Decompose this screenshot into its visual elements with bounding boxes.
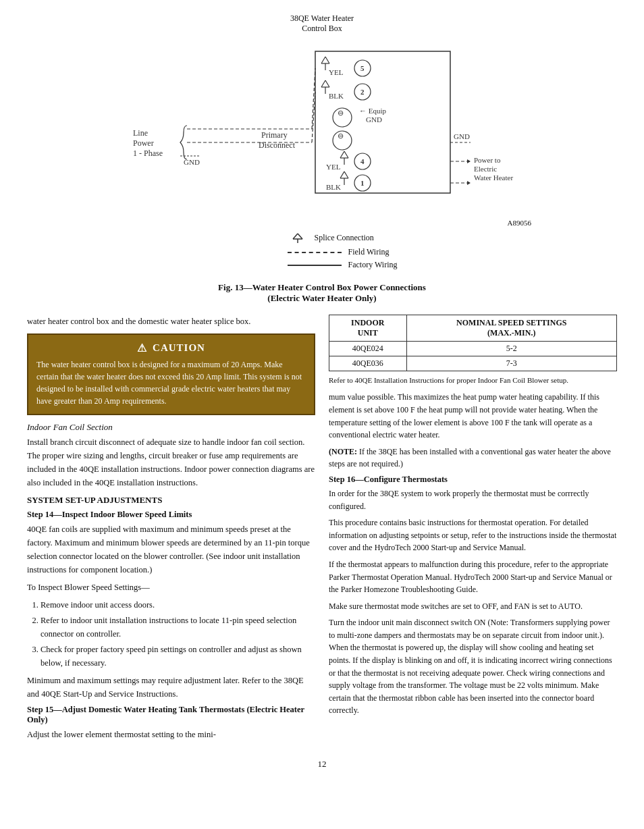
table-row: 40QE024 5-2 <box>329 342 617 356</box>
svg-text:4: 4 <box>360 157 365 165</box>
svg-text:2: 2 <box>360 88 365 96</box>
svg-text:⊖: ⊖ <box>338 132 344 140</box>
step14-heading: Step 14—Inspect Indoor Blower Speed Limi… <box>27 510 315 520</box>
svg-text:1: 1 <box>360 179 365 187</box>
step16-heading: Step 16—Configure Thermostats <box>329 475 617 485</box>
note-bold: (NOTE: <box>329 447 357 456</box>
step16-para1: In order for the 38QE system to work pro… <box>329 487 617 512</box>
step14-list: Remove indoor unit access doors. Refer t… <box>41 598 315 670</box>
right-para1: mum value possible. This maximizes the h… <box>329 391 617 441</box>
speed-settings-table: INDOORUNIT NOMINAL SPEED SETTINGS(MAX.-M… <box>329 315 617 371</box>
indoor-fan-coil-para: Install branch circuit disconnect of ade… <box>27 435 315 489</box>
factory-wiring-label: Factory Wiring <box>348 260 398 270</box>
svg-text:Disconnect: Disconnect <box>259 140 296 150</box>
step16-para3: If the thermostat appears to malfunction… <box>329 558 617 596</box>
diagram-title: 38QE Water Heater Control Box <box>290 14 354 34</box>
table-header-unit: INDOORUNIT <box>329 315 407 342</box>
legend: Splice Connection Field Wiring Factory W… <box>288 231 398 270</box>
right-column: INDOORUNIT NOMINAL SPEED SETTINGS(MAX.-M… <box>329 315 617 745</box>
list-item: Remove indoor unit access doors. <box>41 598 315 612</box>
step16-para4: Make sure thermostat mode switches are s… <box>329 600 617 613</box>
diagram-container: YEL 5 BLK 2 ⊖ <box>113 38 531 227</box>
caution-body: The water heater control box is designed… <box>36 358 306 407</box>
svg-marker-55 <box>467 181 471 185</box>
table-cell-speed: 5-2 <box>406 342 616 356</box>
step15-label: Step 15 <box>27 705 53 714</box>
table-cell-unit: 40QE024 <box>329 342 407 356</box>
svg-text:GND: GND <box>184 158 200 166</box>
factory-wiring-line <box>288 265 342 266</box>
step16-para2: This procedure contains basic instructio… <box>329 516 617 554</box>
table-row: 40QE036 7-3 <box>329 356 617 371</box>
right-note: (NOTE: If the 38QE has been installed wi… <box>329 446 617 471</box>
diagram-section: 38QE Water Heater Control Box YEL 5 BLK <box>27 14 617 308</box>
legend-splice: Splice Connection <box>288 231 398 244</box>
svg-text:GND: GND <box>454 132 470 140</box>
ref-code: A89056 <box>508 219 531 227</box>
svg-text:Primary: Primary <box>261 130 288 140</box>
diagram-title-line2: Control Box <box>302 24 342 33</box>
step15-para1: Adjust the lower element thermostat sett… <box>27 728 315 741</box>
caution-label: CAUTION <box>153 342 205 354</box>
svg-line-58 <box>293 234 298 239</box>
svg-text:BLK: BLK <box>326 183 341 191</box>
table-cell-speed: 7-3 <box>406 356 616 371</box>
svg-marker-54 <box>467 159 471 163</box>
step15-desc: —Adjust Domestic Water Heating Tank Ther… <box>27 705 304 724</box>
step14-desc: —Inspect Indoor Blower Speed Limits <box>53 510 192 519</box>
field-wiring-label: Field Wiring <box>348 247 390 257</box>
table-cell-unit: 40QE036 <box>329 356 407 371</box>
svg-text:⊖: ⊖ <box>338 109 344 117</box>
splice-label: Splice Connection <box>315 233 374 243</box>
svg-text:Electric: Electric <box>474 165 497 173</box>
svg-line-59 <box>298 234 302 239</box>
caution-box: ⚠ CAUTION The water heater control box i… <box>27 333 315 415</box>
fig-caption-line1: Fig. 13—Water Heater Control Box Power C… <box>218 282 426 292</box>
left-column: water heater control box and the domesti… <box>27 315 315 745</box>
page-number: 12 <box>27 759 617 770</box>
svg-text:Power to: Power to <box>474 156 501 164</box>
svg-text:GND: GND <box>366 115 382 124</box>
svg-text:Power: Power <box>133 138 154 148</box>
table-header-speed: NOMINAL SPEED SETTINGS(MAX.-MIN.) <box>406 315 616 342</box>
list-item: Refer to indoor unit installation instru… <box>41 614 315 641</box>
svg-text:Water Heater: Water Heater <box>474 173 513 182</box>
two-column-layout: water heater control box and the domesti… <box>27 315 617 745</box>
svg-text:YEL: YEL <box>329 68 344 76</box>
step14-para2: To Inspect Blower Speed Settings— <box>27 581 315 594</box>
svg-text:YEL: YEL <box>326 163 341 171</box>
system-setup-heading: SYSTEM SET-UP ADJUSTMENTS <box>27 495 315 506</box>
list-item: Check for proper factory speed pin setti… <box>41 643 315 670</box>
page: 38QE Water Heater Control Box YEL 5 BLK <box>0 0 644 829</box>
step14-label: Step 14 <box>27 510 53 519</box>
splice-icon <box>288 231 308 244</box>
field-wiring-line <box>288 252 342 253</box>
legend-factory: Factory Wiring <box>288 260 398 270</box>
diagram-title-line1: 38QE Water Heater <box>290 14 354 23</box>
step14-para1: 40QE fan coils are supplied with maximum… <box>27 523 315 577</box>
svg-text:Line: Line <box>133 128 148 138</box>
step14-para3: Minimum and maximum settings may require… <box>27 674 315 701</box>
caution-triangle-icon: ⚠ <box>137 342 147 354</box>
svg-text:← Equip: ← Equip <box>359 107 387 115</box>
note-text: If the 38QE has been installed with a co… <box>329 447 611 469</box>
step15-heading: Step 15—Adjust Domestic Water Heating Ta… <box>27 705 315 725</box>
legend-field: Field Wiring <box>288 247 398 257</box>
intro-text: water heater control box and the domesti… <box>27 315 315 328</box>
fig-caption: Fig. 13—Water Heater Control Box Power C… <box>218 282 426 304</box>
table-note: Refer to 40QE Installation Instructions … <box>329 375 617 385</box>
indoor-fan-coil-heading: Indoor Fan Coil Section <box>27 422 315 433</box>
step16-desc: —Configure Thermostats <box>355 475 448 484</box>
step16-label: Step 16 <box>329 475 355 484</box>
step16-para5: Turn the indoor unit main disconnect swi… <box>329 616 617 717</box>
svg-text:BLK: BLK <box>329 92 344 100</box>
fig-caption-line2: (Electric Water Heater Only) <box>267 293 376 303</box>
caution-header: ⚠ CAUTION <box>36 342 306 354</box>
wiring-diagram-svg: YEL 5 BLK 2 ⊖ <box>113 38 531 227</box>
svg-text:1 - Phase: 1 - Phase <box>133 149 163 158</box>
svg-text:5: 5 <box>360 64 365 72</box>
